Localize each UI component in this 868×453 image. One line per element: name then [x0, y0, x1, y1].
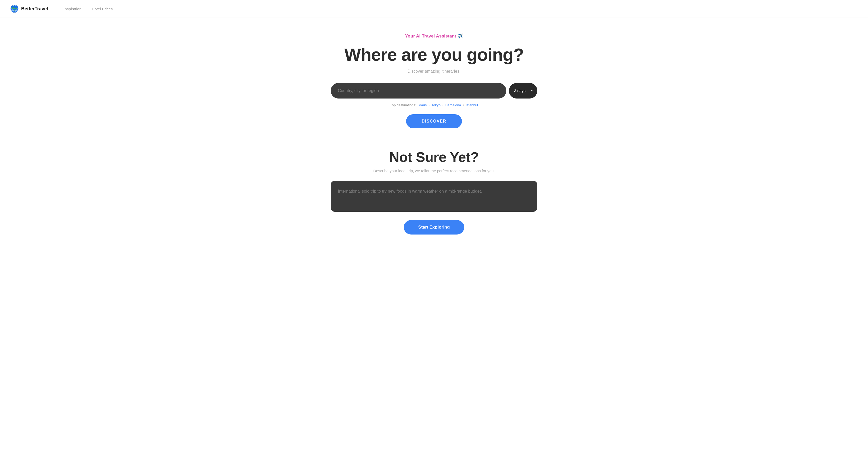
separator-2: •	[442, 103, 444, 107]
search-input[interactable]	[331, 83, 506, 98]
hero-subtitle: Discover amazing itineraries.	[407, 69, 460, 74]
destination-tokyo[interactable]: Tokyo	[431, 103, 440, 107]
top-destinations: Top destinations: Paris • Tokyo • Barcel…	[390, 103, 478, 107]
nav-links: Inspiration Hotel Prices	[64, 7, 113, 11]
separator-1: •	[429, 103, 431, 107]
trip-description-textarea[interactable]	[331, 181, 537, 212]
not-sure-subtitle: Describe your ideal trip, we tailor the …	[373, 169, 495, 173]
search-row: 1 day 2 days 3 days 4 days 5 days 6 days…	[331, 83, 537, 98]
navbar: BetterTravel Inspiration Hotel Prices	[0, 0, 868, 18]
not-sure-section: Not Sure Yet? Describe your ideal trip, …	[331, 149, 537, 234]
destination-paris[interactable]: Paris	[419, 103, 427, 107]
destination-istanbul[interactable]: Istanbul	[466, 103, 478, 107]
top-destinations-label: Top destinations:	[390, 103, 416, 107]
hero-section: Your AI Travel Assistant ✈️ Where are yo…	[331, 33, 537, 128]
not-sure-title: Not Sure Yet?	[389, 149, 479, 165]
nav-inspiration[interactable]: Inspiration	[64, 7, 82, 11]
svg-point-7	[14, 8, 17, 9]
nav-hotel-prices[interactable]: Hotel Prices	[92, 7, 113, 11]
destination-barcelona[interactable]: Barcelona	[445, 103, 461, 107]
main-content: Your AI Travel Assistant ✈️ Where are yo…	[0, 18, 868, 255]
svg-point-8	[14, 9, 15, 10]
logo[interactable]: BetterTravel	[10, 5, 48, 13]
start-exploring-button[interactable]: Start Exploring	[404, 220, 464, 234]
svg-point-6	[12, 7, 14, 9]
ai-badge: Your AI Travel Assistant ✈️	[405, 33, 463, 39]
logo-text: BetterTravel	[21, 6, 48, 11]
discover-button[interactable]: DISCOVER	[406, 114, 462, 128]
separator-3: •	[463, 103, 465, 107]
hero-title: Where are you going?	[344, 45, 524, 64]
globe-icon	[10, 5, 19, 13]
days-select[interactable]: 1 day 2 days 3 days 4 days 5 days 6 days…	[509, 83, 537, 98]
